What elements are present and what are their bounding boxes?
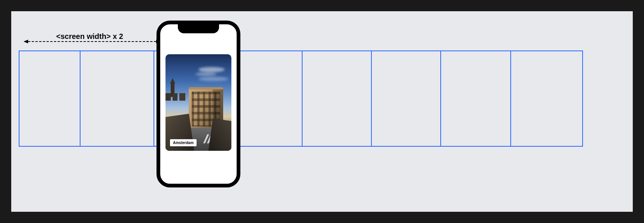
carousel-cell[interactable]: [440, 51, 511, 147]
carousel-cell[interactable]: [510, 51, 583, 147]
cloud-shape: [195, 72, 216, 76]
dimension-label: <screen width> x 2: [56, 32, 123, 41]
card-illustration: [165, 54, 231, 151]
photo-card[interactable]: Amsterdam: [165, 54, 231, 151]
carousel-cell[interactable]: [371, 51, 441, 147]
dimension-arrow: [24, 41, 160, 42]
diagram-canvas: <screen width> x 2 Amsterdam: [11, 11, 633, 212]
cloud-shape: [198, 67, 225, 72]
carousel-cell[interactable]: [302, 51, 372, 147]
cloud-shape: [198, 77, 228, 81]
carousel-cell[interactable]: [80, 51, 154, 147]
carousel-cells-row: [19, 51, 644, 147]
card-label: Amsterdam: [170, 139, 197, 146]
carousel-cell[interactable]: [19, 51, 80, 147]
phone-notch: [178, 24, 219, 33]
carousel-cell[interactable]: [230, 51, 303, 147]
phone-mockup: Amsterdam: [157, 21, 240, 187]
